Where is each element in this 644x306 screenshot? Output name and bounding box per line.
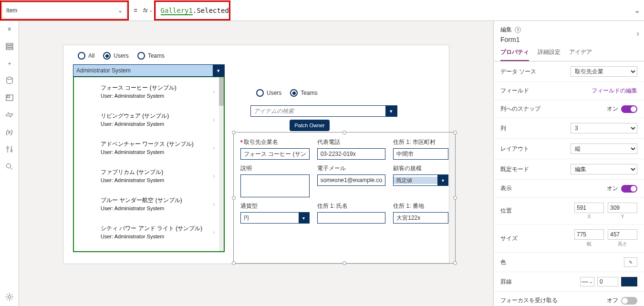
formula-input[interactable]: Gallery1.Selected [156, 2, 630, 19]
position-y-input[interactable] [608, 203, 637, 213]
text-input[interactable] [240, 174, 310, 197]
owner-type-filter-top: All Users Teams [78, 52, 165, 60]
advanced-tools-icon[interactable] [5, 145, 14, 153]
chevron-down-icon[interactable]: ▾ [213, 65, 224, 76]
tab-properties[interactable]: プロパティ [500, 48, 529, 61]
canvas[interactable]: All Users Teams Administrator System ▾ フ… [19, 21, 493, 306]
snap-toggle[interactable] [621, 105, 637, 113]
radio-all[interactable]: All [78, 52, 94, 60]
position-x-input[interactable] [574, 203, 604, 213]
list-item[interactable]: アドベンチャー ワークス (サンプル)User: Administrator S… [74, 133, 224, 162]
visible-toggle[interactable] [621, 185, 637, 193]
row-position: 位置 X Y [494, 198, 644, 224]
card-email[interactable]: 電子メール someone1@example.co [317, 164, 386, 197]
svg-line-11 [10, 168, 12, 170]
control-name: Form1 [500, 36, 637, 43]
property-dropdown[interactable]: Item ⌄ [2, 2, 127, 19]
settings-icon[interactable] [5, 293, 14, 301]
variables-icon[interactable]: (x) [5, 128, 14, 136]
row-size: サイズ 幅 高さ [494, 224, 644, 253]
chevron-right-icon: › [213, 144, 215, 152]
card-customer-size[interactable]: 顧客の規模 既定値▾ [393, 164, 448, 197]
text-input[interactable]: someone1@example.co [317, 174, 386, 186]
card-street[interactable]: 住所 1: 番地 大宮122x [393, 202, 448, 224]
card-description[interactable]: 説明 [240, 164, 310, 197]
radio-users-2[interactable]: Users [256, 89, 281, 97]
scrollbar[interactable] [219, 77, 224, 251]
layout-select[interactable]: 縦 [571, 143, 637, 154]
media-icon[interactable] [5, 93, 14, 102]
border-style-select[interactable]: ⌄ [580, 277, 594, 286]
app-screen: All Users Teams Administrator System ▾ フ… [63, 45, 449, 264]
dropdown[interactable]: 既定値▾ [393, 174, 448, 186]
radio-teams-2[interactable]: Teams [290, 89, 317, 97]
card-city[interactable]: 住所 1: 市区町村 中間市 [393, 138, 448, 160]
radio-users[interactable]: Users [103, 52, 128, 60]
svg-line-19 [11, 294, 12, 295]
row-fields: フィールド フィールドの編集 [494, 82, 644, 100]
columns-select[interactable]: 3 [571, 123, 637, 133]
list-item[interactable]: リビングウェア (サンプル)User: Administrator System… [74, 105, 224, 133]
fx-button[interactable]: fx ⌄ [140, 7, 155, 14]
hamburger-icon[interactable]: ≡ [5, 25, 14, 33]
row-visible: 表示 オン [494, 180, 644, 198]
row-datasource: データ ソース 取引先企業 [494, 61, 644, 82]
card-address-name[interactable]: 住所 1: 氏名 [317, 202, 386, 224]
chevron-right-icon: › [213, 88, 215, 95]
color-picker[interactable]: ✎ [624, 257, 637, 267]
border-width-input[interactable] [597, 277, 618, 286]
resize-handle[interactable] [343, 261, 346, 265]
card-account-name[interactable]: *取引先企業名 フォース コーヒー (サン [240, 138, 310, 160]
gallery1[interactable]: フォース コーヒー (サンプル)User: Administrator Syst… [73, 77, 225, 252]
search-icon[interactable] [5, 162, 14, 171]
size-w-input[interactable] [574, 229, 604, 240]
properties-panel: 編集 ? Form1 › プロパティ 詳細設定 アイデア データ ソース 取引先… [493, 21, 644, 306]
border-color-picker[interactable] [621, 277, 637, 286]
resize-handle[interactable] [232, 261, 236, 265]
list-item[interactable]: フォース コーヒー (サンプル)User: Administrator Syst… [74, 77, 224, 105]
list-item[interactable]: ブルー ヤンダー航空 (サンプル)User: Administrator Sys… [74, 190, 224, 218]
card-currency[interactable]: 通貨型 円▾ [240, 202, 310, 224]
radio-teams[interactable]: Teams [137, 52, 165, 60]
card-phone[interactable]: 代表電話 03-2232-019x [317, 138, 386, 160]
tree-view-icon[interactable] [5, 42, 14, 51]
resize-handle[interactable] [343, 131, 346, 134]
dropdown[interactable]: 円▾ [240, 212, 310, 224]
row-focus: フォーカスを受け取る オフ [494, 292, 644, 306]
owner-combobox[interactable]: Administrator System ▾ [73, 64, 225, 77]
help-icon[interactable]: ? [515, 27, 521, 33]
equals-sign: = [131, 7, 140, 14]
form1[interactable]: *取引先企業名 フォース コーヒー (サン 代表電話 03-2232-019x … [233, 132, 456, 264]
resize-handle[interactable] [232, 131, 236, 134]
size-h-input[interactable] [608, 229, 637, 240]
datasource-select[interactable]: 取引先企業 [571, 66, 637, 77]
tab-advanced[interactable]: 詳細設定 [538, 48, 561, 61]
text-input[interactable]: 03-2232-019x [317, 148, 386, 160]
chevron-right-icon[interactable]: › [636, 29, 639, 39]
list-item[interactable]: シティ パワー アンド ライト (サンプル)User: Administrato… [74, 218, 224, 246]
resize-handle[interactable] [453, 196, 457, 200]
edit-fields-link[interactable]: フィールドの編集 [592, 87, 637, 95]
mode-select[interactable]: 編集 [571, 164, 637, 174]
text-input[interactable]: 中間市 [393, 148, 448, 160]
text-input[interactable]: フォース コーヒー (サン [240, 148, 310, 160]
automate-icon[interactable] [5, 111, 14, 119]
insert-icon[interactable]: ＋ [5, 59, 14, 68]
item-search-input[interactable] [251, 106, 385, 116]
patch-owner-button[interactable]: Patch Owner [290, 120, 330, 131]
resize-handle[interactable] [232, 196, 236, 200]
expand-formula-icon[interactable]: ⌄ [630, 6, 644, 15]
list-item[interactable]: ファブリカム (サンプル)User: Administrator System› [74, 162, 224, 190]
resize-handle[interactable] [453, 261, 457, 265]
text-input[interactable] [317, 212, 386, 224]
panel-header: 編集 ? Form1 › [494, 21, 644, 43]
tab-ideas[interactable]: アイデア [569, 48, 592, 61]
text-input[interactable]: 大宮122x [393, 212, 448, 224]
focus-toggle[interactable] [621, 297, 637, 305]
chevron-down-icon[interactable]: ▾ [385, 106, 397, 116]
data-icon[interactable] [5, 76, 14, 85]
formula-bar: Item ⌄ = fx ⌄ Gallery1.Selected ⌄ [0, 0, 644, 21]
item-search-combobox[interactable]: ▾ [250, 105, 397, 117]
resize-handle[interactable] [453, 131, 457, 134]
scrollbar-thumb[interactable] [219, 77, 224, 106]
